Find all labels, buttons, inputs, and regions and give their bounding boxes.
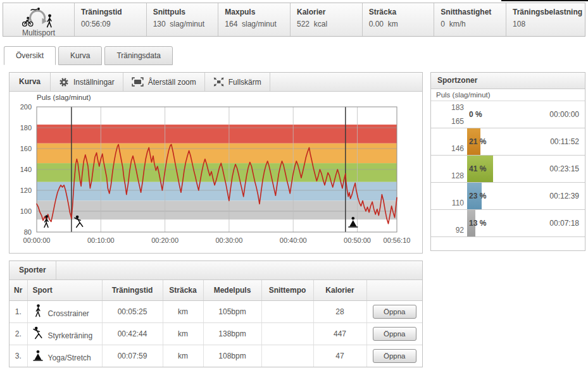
sportzone-row: 13 %00:07:1892 (431, 210, 585, 237)
zone-time: 00:07:18 (549, 219, 579, 228)
sport-name: Crosstrainer (48, 309, 89, 318)
sportzones-panel: Sportzoner Puls (slag/minut) 1830 %00:00… (430, 72, 585, 251)
svg-text:80: 80 (24, 228, 32, 236)
button-aterstall-zoom[interactable]: Återställ zoom (123, 73, 205, 91)
zone-time: 00:11:52 (550, 137, 579, 146)
zone-time: 00:00:00 (549, 110, 579, 119)
metric-value: 522 kcal (297, 20, 360, 28)
sport-avg-hr: 108bpm (203, 345, 261, 367)
svg-text:120: 120 (20, 187, 32, 194)
tab-kurva[interactable]: Kurva (58, 46, 102, 65)
svg-text:100: 100 (20, 207, 32, 215)
sport-time: 00:05:25 (102, 300, 163, 322)
metric-value: 130 slag/minut (153, 20, 216, 28)
sport-pace (261, 345, 313, 367)
curve-toolbar: InställningarÅterställ zoomFullskärm (51, 73, 270, 91)
open-sport-button[interactable]: Öppna (373, 349, 416, 363)
curve-panel-title: Kurva (9, 73, 51, 91)
button-label: Fullskärm (228, 78, 261, 87)
sport-distance: km (163, 322, 203, 345)
sport-pace (261, 322, 313, 345)
metric-snittpuls: Snittpuls130 slag/minut (147, 3, 219, 36)
svg-text:160: 160 (20, 145, 32, 152)
sport-nr: 1. (9, 300, 27, 322)
column-header-nr: Nr (9, 280, 27, 300)
zone-percent: 0 % (469, 110, 482, 119)
zone-time: 00:23:15 (549, 164, 579, 173)
sportzone-row: 41 %00:23:15128 (431, 156, 585, 183)
metric-traningsbelastning: Träningsbelastning108 (506, 3, 585, 36)
sportzone-row: 1830 %00:00:00165 (431, 101, 585, 128)
metric-stracka: Sträcka0.00 km (363, 3, 435, 36)
curve-panel: Kurva InställningarÅterställ zoomFullskä… (9, 72, 423, 254)
sports-table: NrSportTräningstidSträckaMedelpulsSnitte… (9, 280, 422, 367)
zone-time: 00:12:39 (549, 192, 579, 200)
sportzone-row: 21 %00:11:52146 (431, 128, 585, 156)
zone-percent: 21 % (469, 137, 486, 146)
view-tabs: ÖversiktKurvaTräningsdata (4, 46, 173, 65)
svg-text:140: 140 (20, 166, 32, 173)
sportzones-title: Sportzoner (431, 73, 484, 89)
zone-lower-limit: 165 (431, 117, 464, 126)
sports-panel-title: Sporter (9, 261, 56, 279)
sport-calories: 447 (313, 322, 366, 345)
fullscreen-icon (213, 77, 224, 87)
sport-calories: 47 (313, 345, 366, 367)
crosstrainer-icon (33, 304, 43, 319)
metric-value: 108 (513, 20, 582, 28)
column-header-medelpuls: Medelpuls (203, 280, 261, 300)
column-header-sport: Sport (27, 280, 102, 300)
sports-panel: Sporter NrSportTräningstidSträckaMedelpu… (9, 261, 423, 367)
svg-text:180: 180 (20, 124, 32, 132)
zone-percent: 41 % (469, 164, 486, 173)
button-installningar[interactable]: Inställningar (51, 73, 123, 91)
column-header-actions (366, 280, 422, 300)
metric-value: 0.00 km (369, 20, 432, 28)
svg-text:200: 200 (20, 103, 32, 111)
metric-value: 0 km/h (441, 20, 503, 28)
metric-snitthastighet: Snitthastighet0 km/h (434, 3, 506, 36)
tab-oversikt[interactable]: Översikt (4, 46, 56, 65)
metric-value: 00:56:09 (81, 20, 144, 28)
zone-lower-limit: 110 (431, 199, 464, 207)
sports-panel-header: Sporter (9, 261, 422, 280)
zone-lower-limit: 146 (431, 144, 464, 153)
summary-bar: Multisport Träningstid00:56:09Snittpuls1… (3, 3, 585, 37)
sport-pace (261, 300, 313, 322)
metric-label: Sträcka (369, 8, 432, 16)
sport-nr: 2. (9, 322, 27, 345)
sport-calories: 28 (313, 300, 366, 322)
open-sport-button[interactable]: Öppna (373, 327, 416, 341)
column-header-snittempo: Snittempo (261, 280, 313, 300)
metric-label: Träningsbelastning (513, 8, 582, 16)
metric-maxpuls: Maxpuls164 slag/minut (218, 3, 291, 36)
svg-text:00:00:00: 00:00:00 (23, 236, 51, 244)
metric-label: Snitthastighet (441, 8, 503, 16)
sport-name: Yoga/Stretch (48, 353, 91, 362)
reset-zoom-icon (132, 77, 144, 87)
metric-value: 164 slag/minut (225, 20, 287, 28)
metric-label: Maxpuls (225, 8, 287, 16)
heart-rate-chart[interactable]: Puls (slag/minut)8010012014016018020000:… (9, 92, 422, 253)
metric-kalorier: Kalorier522 kcal (291, 3, 363, 36)
svg-text:00:50:00: 00:50:00 (344, 236, 371, 244)
button-fullskarm[interactable]: Fullskärm (205, 73, 270, 91)
column-header-traningstid: Träningstid (102, 280, 163, 300)
metric-traningstid: Träningstid00:56:09 (75, 3, 147, 36)
metric-label: Träningstid (81, 8, 144, 16)
zone-percent: 23 % (469, 192, 486, 200)
summary-metrics: Träningstid00:56:09Snittpuls130 slag/min… (75, 3, 585, 36)
open-sport-button[interactable]: Öppna (373, 305, 416, 319)
yoga-icon (33, 348, 43, 364)
sportzones-list: 1830 %00:00:0016521 %00:11:5214641 %00:2… (431, 101, 585, 248)
button-label: Återställ zoom (148, 78, 196, 87)
sport-distance: km (163, 300, 203, 322)
sport-row-styrketraning: 2.Styrketräning00:42:44km138bpm447Öppna (9, 322, 422, 345)
sportzones-header: Sportzoner (431, 73, 585, 89)
curve-panel-header: Kurva InställningarÅterställ zoomFullskä… (9, 73, 422, 92)
sport-avg-hr: 105bpm (203, 300, 261, 322)
metric-label: Kalorier (297, 8, 360, 16)
tab-traningsdata[interactable]: Träningsdata (104, 46, 173, 65)
sportzone-empty-row (431, 237, 585, 248)
sport-distance: km (163, 345, 203, 367)
